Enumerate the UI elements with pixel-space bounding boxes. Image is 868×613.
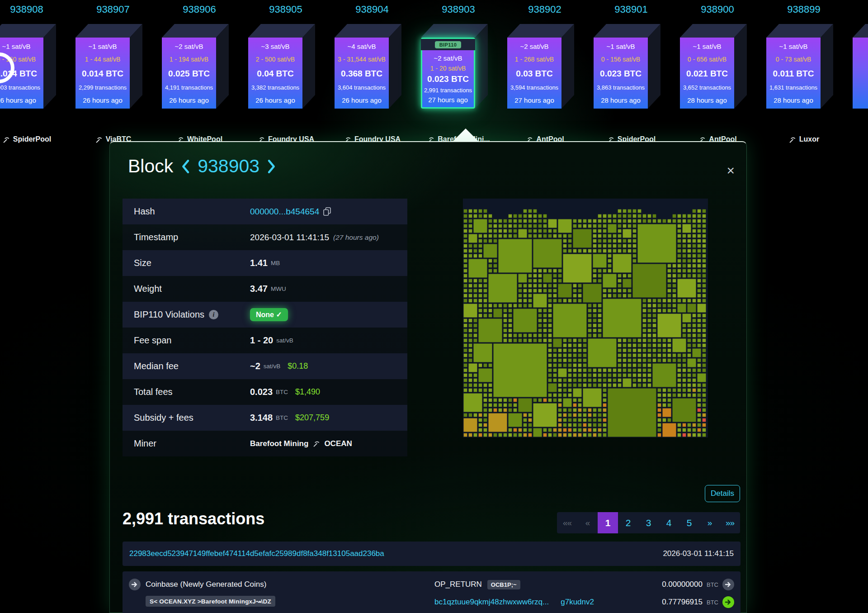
block-item-partial — [853, 0, 868, 152]
block-item-938902: 938902 ~2 sat/vB 1 - 268 sat/vB 0.03 BTC… — [507, 0, 574, 152]
block-height-link[interactable]: 938904 — [339, 4, 406, 15]
block-height-link[interactable]: 938902 — [511, 4, 578, 15]
pickaxe-icon — [2, 136, 10, 143]
block-cube-side-face — [216, 24, 229, 109]
coinbase-script-tag: S< OCEAN.XYZ >Barefoot MiningxJ↝\DZ — [146, 596, 275, 607]
info-unit: MB — [271, 260, 280, 266]
pagination-prev-page[interactable]: « — [577, 512, 598, 533]
block-cube[interactable]: ~3 sat/vB 2 - 500 sat/vB 0.04 BTC 3,382 … — [248, 24, 315, 109]
chevron-left-icon[interactable] — [180, 159, 190, 174]
block-median-fee: ~2 sat/vB — [509, 43, 560, 50]
block-total-reward: 0.021 BTC — [681, 69, 733, 79]
info-value: 1 - 20 — [250, 335, 273, 346]
input-arrow-icon[interactable] — [129, 579, 141, 590]
block-item-938901: 938901 ~1 sat/vB 0 - 156 sat/vB 0.023 BT… — [594, 0, 660, 152]
block-total-reward: 0.011 BTC — [768, 69, 819, 79]
output-arrow-icon[interactable] — [722, 579, 734, 590]
info-label: Total fees — [134, 387, 173, 397]
block-median-fee: ~4 sat/vB — [336, 43, 387, 50]
block-median-fee: ~2 sat/vB — [163, 43, 215, 50]
output-amount: 0.77796915 — [662, 598, 703, 607]
pagination: «««12345»»» — [557, 512, 740, 533]
block-tx-count: 3,652 transactions — [681, 84, 733, 91]
block-tx-count: 2,903 transactions — [0, 84, 42, 91]
page-title: Block — [128, 156, 173, 177]
txid-link[interactable]: 22983eecd523947149ffebef474114d5efafc259… — [129, 549, 384, 558]
miner-link[interactable]: Barefoot Mining OCEAN — [250, 439, 352, 448]
block-pool-link[interactable]: SpiderPool — [0, 133, 60, 145]
block-fee-range: 1 - 20 sat/vB — [424, 65, 472, 72]
spendable-output-arrow-icon[interactable] — [722, 596, 734, 608]
pagination-first-page[interactable]: «« — [557, 512, 577, 533]
block-cube[interactable]: ~4 sat/vB 3 - 31,544 sat/vB 0.368 BTC 3,… — [335, 24, 401, 109]
details-button[interactable]: Details — [705, 485, 740, 502]
pagination-last-page[interactable]: »» — [720, 512, 740, 533]
bip110-strip: BIP110 — [421, 39, 475, 50]
block-cube[interactable]: ~1 sat/vB 0 - 73 sat/vB 0.011 BTC 1,631 … — [766, 24, 833, 109]
selected-block-pointer — [453, 128, 478, 141]
block-cube-side-face — [389, 24, 401, 109]
block-median-fee: ~1 sat/vB — [595, 43, 646, 50]
block-info-table: Hash000000...b454654 Timestamp2026-03-01… — [123, 199, 407, 456]
block-tx-count: 3,863 transactions — [595, 84, 646, 91]
block-median-fee: ~3 sat/vB — [250, 43, 301, 50]
block-cube-side-face — [475, 24, 488, 109]
pagination-page-1[interactable]: 1 — [598, 512, 618, 533]
info-row-bip110-violations: BIP110 ViolationsiNone ✓ — [123, 302, 407, 328]
block-cube-side-face — [648, 24, 660, 109]
info-label: BIP110 Violations — [134, 309, 204, 320]
block-height-link[interactable]: 938900 — [684, 4, 751, 15]
pagination-next-page[interactable]: » — [699, 512, 720, 533]
block-height-link[interactable]: 938899 — [770, 4, 837, 15]
block-median-fee: ~1 sat/vB — [768, 43, 819, 50]
transactions-heading: 2,991 transactions — [123, 509, 264, 528]
chevron-right-icon[interactable] — [267, 159, 277, 174]
info-label: Size — [134, 258, 151, 268]
info-row-timestamp: Timestamp2026-03-01 11:41:15(27 hours ag… — [123, 224, 407, 250]
pagination-page-2[interactable]: 2 — [618, 512, 638, 533]
block-item-938905: 938905 ~3 sat/vB 2 - 500 sat/vB 0.04 BTC… — [248, 0, 315, 152]
output-amount: 0.00000000 — [662, 580, 703, 589]
block-time-ago: 26 hours ago — [163, 96, 215, 104]
block-cube[interactable]: BIP110 ~2 sat/vB 1 - 20 sat/vB 0.023 BTC… — [421, 24, 488, 109]
info-usd-value: $1,490 — [295, 387, 320, 397]
pagination-page-5[interactable]: 5 — [679, 512, 699, 533]
block-transactions-treemap[interactable] — [463, 199, 708, 437]
block-hash-link[interactable]: 000000...b454654 — [250, 207, 319, 217]
op-return-label: OP_RETURN — [434, 580, 482, 589]
block-height-link[interactable]: 938905 — [252, 4, 319, 15]
block-height-link[interactable]: 938906 — [166, 4, 233, 15]
block-cube-side-face — [821, 24, 833, 109]
block-cube[interactable]: ~1 sat/vB 0 - 156 sat/vB 0.023 BTC 3,863… — [594, 24, 660, 109]
info-row-total-fees: Total fees0.023BTC$1,490 — [123, 379, 407, 405]
block-fee-range: 1 - 194 sat/vB — [163, 56, 215, 63]
block-height-link[interactable]: 938907 — [80, 4, 146, 15]
block-cube[interactable]: ~2 sat/vB 1 - 268 sat/vB 0.03 BTC 3,594 … — [507, 24, 574, 109]
info-icon[interactable]: i — [209, 310, 218, 319]
block-fee-range: 1 - 44 sat/vB — [77, 56, 128, 63]
block-cube[interactable]: ~1 sat/vB 1 - 44 sat/vB 0.014 BTC 2,299 … — [75, 24, 142, 109]
block-total-reward: 0.023 BTC — [424, 74, 472, 84]
close-icon[interactable]: × — [726, 164, 735, 177]
block-height-link[interactable]: 938903 — [425, 4, 492, 15]
block-height-link[interactable]: 938908 — [0, 4, 60, 15]
output-address-end[interactable]: g7kudnv2 — [561, 598, 594, 607]
block-details-panel: Block 938903 × Hash000000...b454654 Time… — [109, 141, 747, 613]
block-total-reward: 0.368 BTC — [336, 69, 387, 79]
output-address-link[interactable]: bc1qztuue9qkmj48zhwxww6rzq... — [434, 598, 549, 607]
block-cube[interactable]: ~1 sat/vB 0 - 656 sat/vB 0.021 BTC 3,652… — [680, 24, 747, 109]
block-height-link[interactable]: 938901 — [598, 4, 665, 15]
block-cube[interactable] — [853, 24, 868, 109]
copy-icon[interactable] — [323, 207, 331, 216]
block-cube-front-face — [853, 38, 868, 109]
block-tx-count: 3,382 transactions — [250, 84, 301, 91]
miner-tag: OCEAN — [324, 439, 352, 448]
pagination-page-3[interactable]: 3 — [638, 512, 659, 533]
block-height-title[interactable]: 938903 — [198, 156, 259, 177]
block-pool-link[interactable]: Luxor — [770, 133, 837, 145]
block-cube-side-face — [734, 24, 747, 109]
pagination-page-4[interactable]: 4 — [659, 512, 679, 533]
block-cube[interactable]: ~2 sat/vB 1 - 194 sat/vB 0.025 BTC 4,191… — [162, 24, 229, 109]
info-label: Weight — [134, 284, 162, 294]
info-label: Median fee — [134, 361, 179, 371]
